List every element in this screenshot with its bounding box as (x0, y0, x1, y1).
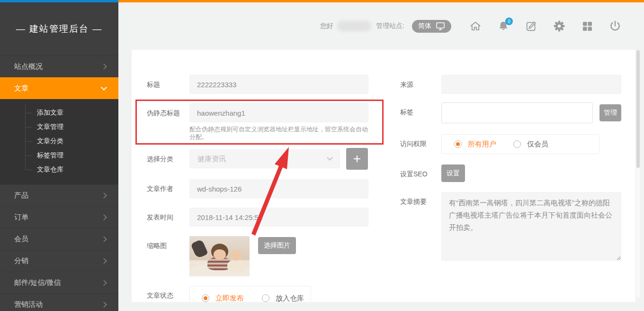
access-row: 访问权限 所有用户 仅会员 (400, 134, 623, 154)
gear-icon[interactable] (553, 20, 565, 32)
power-icon[interactable] (609, 20, 621, 32)
form-left-column: 标题 伪静态标题 配合伪静态规则可自定义浏览器地址栏显示地址，留空系统会自动分配… (147, 75, 389, 302)
access-options-box: 所有用户 仅会员 (441, 134, 599, 154)
publish-time-label: 发表时间 (147, 208, 189, 222)
category-select[interactable]: 健康资讯 (189, 149, 340, 168)
chevron-right-icon (101, 64, 107, 70)
radio-to-warehouse[interactable] (262, 294, 269, 302)
app-logo: — 建站管理后台 — (0, 2, 118, 55)
bell-icon[interactable]: 0 (497, 20, 510, 32)
publish-now-label[interactable]: 立即发布 (215, 294, 244, 302)
summary-label: 文章摘要 (400, 192, 441, 206)
tags-label: 标签 (400, 102, 441, 117)
source-label: 来源 (400, 75, 441, 89)
title-row: 标题 (147, 75, 389, 94)
manage-site-label: 管理站点: (376, 22, 404, 30)
seo-settings-button[interactable]: 设置 (441, 165, 465, 182)
status-row: 文章状态 立即发布 放入仓库 (147, 286, 389, 302)
scrollbar-track[interactable] (636, 50, 640, 298)
manage-tags-button[interactable]: 管理 (599, 104, 621, 121)
summary-textarea[interactable]: 有“西南第一高钢塔，四川第二高电视塔”之称的德阳广播电视塔主塔广告位将于本月下旬… (441, 192, 621, 261)
tags-row: 标签 管理 (400, 102, 623, 123)
members-only-label[interactable]: 仅会员 (527, 140, 548, 149)
title-input[interactable] (189, 75, 368, 94)
user-name-blur (337, 21, 371, 31)
articles-submenu: 添加文章 文章管理 文章分类 标签管理 文章仓库 (0, 99, 118, 184)
sidebar-item-orders[interactable]: 订单 (0, 206, 118, 228)
title-label: 标题 (147, 75, 189, 89)
edit-icon[interactable] (525, 20, 537, 32)
radio-all-users[interactable] (454, 140, 462, 148)
monitor-icon (436, 22, 445, 30)
summary-row: 文章摘要 有“西南第一高钢塔，四川第二高电视塔”之称的德阳广播电视塔主塔广告位将… (400, 192, 623, 261)
thumbnail-image (189, 236, 250, 276)
chevron-right-icon (101, 236, 107, 242)
seo-row: 设置SEO 设置 (400, 165, 623, 182)
top-header: 您好 管理站点: 简体 (118, 2, 644, 50)
slug-row: 伪静态标题 配合伪静态规则可自定义浏览器地址栏显示地址，留空系统会自动分配。 (147, 103, 389, 141)
author-row: 文章作者 (147, 179, 389, 198)
sidebar-item-add-article[interactable]: 添加文章 (0, 106, 118, 120)
slug-input[interactable] (189, 103, 368, 122)
source-row: 来源 (400, 75, 623, 94)
sidebar-item-messaging[interactable]: 邮件/短信/微信 (0, 272, 118, 293)
slug-label: 伪静态标题 (147, 103, 189, 118)
notification-badge: 0 (505, 18, 513, 25)
scrollbar-thumb[interactable] (636, 50, 640, 168)
chevron-right-icon (101, 192, 107, 199)
author-label: 文章作者 (147, 179, 189, 193)
sidebar-item-articles[interactable]: 文章 (0, 77, 118, 99)
category-label: 选择分类 (147, 149, 189, 164)
category-selected-value: 健康资讯 (197, 155, 226, 164)
header-icons: 0 (469, 20, 621, 32)
all-users-label[interactable]: 所有用户 (468, 140, 496, 149)
greeting-text: 您好 (320, 22, 333, 30)
admin-page: — 建站管理后台 — 站点概况 文章 添加文章 文章管理 文章分类 标签管理 文… (0, 0, 644, 311)
publish-time-input[interactable] (189, 208, 368, 227)
sidebar-item-marketing[interactable]: 营销活动 (0, 293, 118, 311)
access-label: 访问权限 (400, 134, 441, 148)
chevron-right-icon (101, 302, 107, 308)
language-label: 简体 (418, 22, 431, 30)
chevron-right-icon (101, 214, 107, 220)
thumbnail-label: 缩略图 (147, 236, 189, 250)
chevron-down-icon (327, 155, 333, 161)
source-input[interactable] (441, 75, 621, 94)
chevron-right-icon (101, 258, 107, 264)
radio-publish-now[interactable] (202, 294, 209, 302)
choose-image-button[interactable]: 选择图片 (258, 237, 296, 254)
sidebar-item-site-overview[interactable]: 站点概况 (0, 55, 118, 77)
category-row: 选择分类 健康资讯 + (147, 149, 389, 170)
sidebar-item-products[interactable]: 产品 (0, 184, 118, 206)
sidebar: — 建站管理后台 — 站点概况 文章 添加文章 文章管理 文章分类 标签管理 文… (0, 2, 118, 311)
sidebar-item-article-warehouse[interactable]: 文章仓库 (0, 163, 118, 177)
tags-input[interactable] (441, 102, 593, 123)
thumbnail-row: 缩略图 选择图片 (147, 236, 389, 276)
add-category-button[interactable]: + (346, 148, 368, 170)
grid-icon[interactable] (581, 20, 593, 32)
status-label: 文章状态 (147, 286, 189, 300)
sidebar-item-article-management[interactable]: 文章管理 (0, 120, 118, 134)
seo-label: 设置SEO (400, 165, 441, 179)
status-options-box: 立即发布 放入仓库 (189, 286, 311, 302)
plus-icon: + (353, 151, 361, 166)
author-input[interactable] (189, 179, 368, 198)
sidebar-item-members[interactable]: 会员 (0, 228, 118, 250)
chevron-right-icon (101, 280, 107, 286)
to-warehouse-label[interactable]: 放入仓库 (276, 294, 304, 302)
language-pill[interactable]: 简体 (412, 20, 451, 33)
sidebar-item-article-categories[interactable]: 文章分类 (0, 134, 118, 148)
radio-members-only[interactable] (513, 140, 521, 148)
chevron-down-icon (101, 84, 107, 91)
publish-time-row: 发表时间 (147, 208, 389, 227)
form-right-column: 来源 标签 管理 访问权限 所有用户 仅会员 (400, 75, 623, 261)
article-edit-panel: 标题 伪静态标题 配合伪静态规则可自定义浏览器地址栏显示地址，留空系统会自动分配… (132, 50, 635, 302)
slug-help-text: 配合伪静态规则可自定义浏览器地址栏显示地址，留空系统会自动分配。 (189, 126, 370, 141)
sidebar-item-distribution[interactable]: 分销 (0, 250, 118, 272)
home-icon[interactable] (469, 20, 482, 32)
sidebar-item-tag-management[interactable]: 标签管理 (0, 148, 118, 163)
